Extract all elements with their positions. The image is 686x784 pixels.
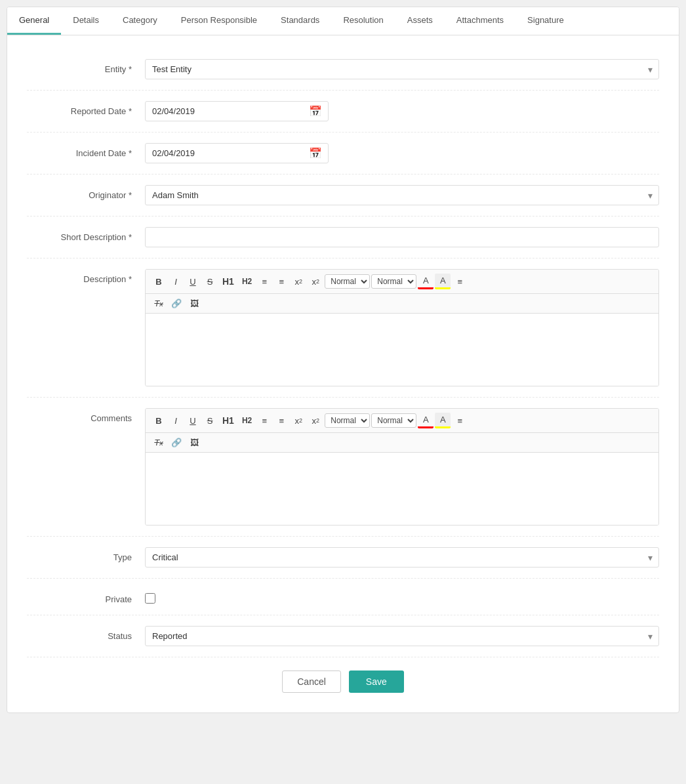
entity-select-wrap: Test Entity — [145, 59, 659, 79]
comments-editor: B I U S H1 H2 ≡ ≡ x2 x2 Normal — [145, 408, 659, 526]
entity-select[interactable]: Test Entity — [145, 59, 659, 79]
desc-image-btn[interactable]: 🖼 — [186, 297, 202, 310]
tab-person-responsible[interactable]: Person Responsible — [169, 7, 269, 35]
comm-align-btn[interactable]: ≡ — [452, 414, 468, 428]
desc-bold-btn[interactable]: B — [151, 275, 167, 289]
comments-toolbar-row2: Tx 🔗 🖼 — [146, 433, 658, 453]
comm-underline-btn[interactable]: U — [185, 414, 201, 428]
type-select-wrap: Critical — [145, 547, 659, 567]
entity-label: Entity * — [27, 59, 145, 74]
status-row: Status Reported — [27, 615, 659, 657]
desc-font-size-select[interactable]: Normal — [325, 274, 370, 289]
desc-italic-btn[interactable]: I — [168, 275, 184, 289]
tab-category[interactable]: Category — [111, 7, 169, 35]
short-description-row: Short Description * — [27, 217, 659, 258]
originator-row: Originator * Adam Smith — [27, 175, 659, 217]
tab-general[interactable]: General — [7, 7, 61, 35]
cancel-button[interactable]: Cancel — [282, 671, 341, 693]
comments-toolbar: B I U S H1 H2 ≡ ≡ x2 x2 Normal — [146, 409, 658, 433]
desc-unordered-list-btn[interactable]: ≡ — [273, 275, 289, 289]
desc-h2-btn[interactable]: H2 — [239, 275, 255, 288]
description-row: Description * B I U S H1 H2 ≡ ≡ x2 — [27, 258, 659, 398]
short-description-input[interactable] — [145, 227, 659, 247]
tab-assets[interactable]: Assets — [395, 7, 445, 35]
comm-highlight-btn[interactable]: A — [435, 413, 451, 428]
form-actions: Cancel Save — [27, 657, 659, 699]
short-description-control — [145, 227, 659, 247]
comments-control: B I U S H1 H2 ≡ ≡ x2 x2 Normal — [145, 408, 659, 526]
type-control: Critical — [145, 547, 659, 567]
reported-date-wrap: 📅 — [145, 101, 329, 121]
comm-italic-btn[interactable]: I — [168, 414, 184, 428]
desc-align-btn[interactable]: ≡ — [452, 275, 468, 289]
tab-attachments[interactable]: Attachments — [445, 7, 515, 35]
desc-ordered-list-btn[interactable]: ≡ — [256, 275, 272, 289]
desc-underline-btn[interactable]: U — [185, 275, 201, 289]
status-select-wrap: Reported — [145, 626, 659, 646]
desc-font-color-btn[interactable]: A — [418, 274, 434, 289]
type-label: Type — [27, 547, 145, 562]
private-label: Private — [27, 589, 145, 604]
description-label: Description * — [27, 269, 145, 284]
comm-h1-btn[interactable]: H1 — [219, 413, 237, 428]
desc-highlight-btn[interactable]: A — [435, 274, 451, 289]
tab-standards[interactable]: Standards — [269, 7, 331, 35]
desc-strike-btn[interactable]: S — [202, 275, 218, 289]
status-select[interactable]: Reported — [145, 626, 659, 646]
entity-control: Test Entity — [145, 59, 659, 79]
comm-clear-format-btn[interactable]: Tx — [151, 436, 167, 449]
desc-subscript-btn[interactable]: x2 — [291, 275, 306, 289]
comm-font-size-select[interactable]: Normal — [325, 413, 370, 428]
desc-h1-btn[interactable]: H1 — [219, 274, 237, 289]
description-editor-area[interactable] — [146, 314, 658, 386]
private-row: Private — [27, 579, 659, 615]
comm-font-family-select[interactable]: Normal — [371, 413, 416, 428]
short-description-label: Short Description * — [27, 227, 145, 242]
description-control: B I U S H1 H2 ≡ ≡ x2 x2 Normal — [145, 269, 659, 386]
comments-label: Comments — [27, 408, 145, 423]
tab-signature[interactable]: Signature — [515, 7, 576, 35]
comm-subscript-btn[interactable]: x2 — [291, 414, 306, 428]
comm-ordered-list-btn[interactable]: ≡ — [256, 414, 272, 428]
tabs-nav: General Details Category Person Responsi… — [7, 7, 679, 35]
comm-bold-btn[interactable]: B — [151, 414, 167, 428]
incident-date-wrap: 📅 — [145, 143, 329, 163]
status-label: Status — [27, 626, 145, 641]
desc-link-btn[interactable]: 🔗 — [168, 297, 185, 310]
private-checkbox[interactable] — [145, 593, 155, 604]
comm-image-btn[interactable]: 🖼 — [186, 436, 202, 449]
tab-details[interactable]: Details — [61, 7, 111, 35]
desc-superscript-btn[interactable]: x2 — [308, 275, 323, 289]
save-button[interactable]: Save — [349, 671, 404, 693]
originator-control: Adam Smith — [145, 185, 659, 205]
originator-label: Originator * — [27, 185, 145, 200]
description-toolbar-row2: Tx 🔗 🖼 — [146, 294, 658, 314]
private-checkbox-wrap — [145, 589, 659, 604]
comm-unordered-list-btn[interactable]: ≡ — [273, 414, 289, 428]
desc-clear-format-btn[interactable]: Tx — [151, 297, 167, 310]
reported-date-label: Reported Date * — [27, 101, 145, 116]
comm-h2-btn[interactable]: H2 — [239, 414, 255, 427]
originator-select[interactable]: Adam Smith — [145, 185, 659, 205]
originator-select-wrap: Adam Smith — [145, 185, 659, 205]
tab-resolution[interactable]: Resolution — [331, 7, 395, 35]
type-select[interactable]: Critical — [145, 547, 659, 567]
comm-link-btn[interactable]: 🔗 — [168, 436, 185, 449]
entity-row: Entity * Test Entity — [27, 49, 659, 91]
status-control: Reported — [145, 626, 659, 646]
incident-date-control: 📅 — [145, 143, 659, 163]
incident-date-input[interactable] — [145, 143, 329, 163]
reported-date-control: 📅 — [145, 101, 659, 121]
reported-date-input[interactable] — [145, 101, 329, 121]
incident-date-row: Incident Date * 📅 — [27, 133, 659, 175]
comments-row: Comments B I U S H1 H2 ≡ ≡ x2 — [27, 398, 659, 537]
description-toolbar: B I U S H1 H2 ≡ ≡ x2 x2 Normal — [146, 270, 658, 294]
private-control — [145, 589, 659, 604]
comm-superscript-btn[interactable]: x2 — [308, 414, 323, 428]
comments-editor-area[interactable] — [146, 453, 658, 525]
comm-strike-btn[interactable]: S — [202, 414, 218, 428]
description-editor: B I U S H1 H2 ≡ ≡ x2 x2 Normal — [145, 269, 659, 386]
desc-font-family-select[interactable]: Normal — [371, 274, 416, 289]
form-body: Entity * Test Entity Reported Date * 📅 — [7, 35, 679, 712]
comm-font-color-btn[interactable]: A — [418, 413, 434, 428]
